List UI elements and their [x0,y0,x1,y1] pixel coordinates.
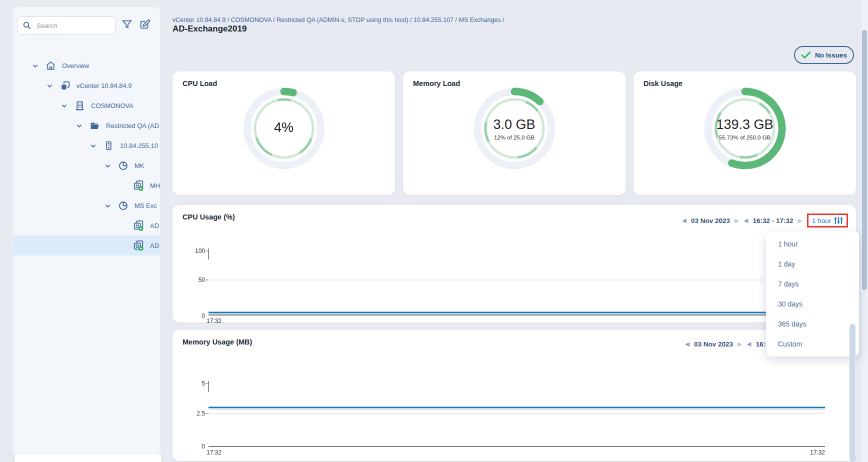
interval-dropdown-menu: 1 hour 1 day 7 days 30 days 365 days Cus… [766,231,859,356]
folder-icon [89,120,100,131]
page-vertical-scrollbar-thumb[interactable] [862,30,867,290]
host-icon [103,140,114,151]
svg-text:2.5: 2.5 [196,410,205,417]
sidebar: Overview vCenter 10.84.84.9 COSMONOVA Re… [13,7,160,454]
edit-icon[interactable] [140,19,152,31]
search-icon [22,21,32,30]
svg-text:17:32: 17:32 [810,449,825,456]
interval-option-custom[interactable]: Custom [766,334,859,354]
page-vertical-scrollbar [862,0,868,462]
gauge-subtitle: 55.73% of 250.0 GB [719,134,771,140]
gauge-subtitle: 12% of 25.0 GB [494,134,534,140]
application-window: Overview vCenter 10.84.84.9 COSMONOVA Re… [0,0,868,462]
memory-load-card: Memory Load 3.0 GB 12% of 25.0 GB [403,72,626,195]
time-range-label: 16:32 - 17:32 [752,217,793,224]
next-day-arrow-icon[interactable]: ▶ [738,341,742,347]
chart-title: Memory Usage (MB) [182,338,252,346]
card-title: CPU Load [182,80,217,88]
disk-usage-gauge: 139.3 GB 55.73% of 250.0 GB [700,84,790,174]
sidebar-item-restricted-qa[interactable]: Restricted QA (AD [13,116,160,136]
svg-text:0: 0 [202,443,205,450]
datacenter-icon [74,100,85,111]
tree-item-label: MS Exc [134,202,157,210]
tree-item-label: AD [150,222,159,230]
tree-item-label: MK [134,162,144,170]
chevron-down-icon[interactable] [32,62,39,69]
prev-day-arrow-icon[interactable]: ◀ [685,341,690,347]
card-title: Disk Usage [644,80,682,88]
sidebar-item-host[interactable]: 10.84.255.10 [13,136,160,156]
interval-label: 1 hour [812,217,831,224]
memory-load-gauge: 3.0 GB 12% of 25.0 GB [470,84,560,174]
resource-pool-icon [118,160,128,171]
svg-text:100: 100 [195,248,205,254]
tree-item-label: MH [150,182,160,190]
sidebar-item-vcenter[interactable]: vCenter 10.84.84.9 [13,76,160,96]
chevron-down-icon[interactable] [90,142,97,149]
check-icon [801,51,811,59]
card-title: Memory Load [413,80,460,88]
prev-range-arrow-icon[interactable]: ◀ [746,341,751,347]
tree-item-label: AD [150,242,159,250]
interval-option-1-hour[interactable]: 1 hour [766,234,859,254]
interval-option-365-days[interactable]: 365 days [766,314,859,334]
chevron-down-icon[interactable] [104,162,112,169]
sidebar-horizontal-scrollbar [15,454,161,462]
gauge-value: 4% [274,120,294,136]
next-range-arrow-icon[interactable]: ▶ [798,218,802,224]
vcenter-icon [60,80,70,91]
svg-text:0: 0 [202,312,205,320]
memory-usage-chart: 0 2.5 5 17:32 17:32 [172,375,852,460]
page-title: AD-Exchange2019 [172,24,246,34]
cpu-usage-chart: 0 50 100 17:32 17:32 [172,242,852,325]
prev-day-arrow-icon[interactable]: ◀ [682,218,686,224]
cpu-chart-time-nav: ◀ 03 Nov 2023 ▶ ◀ 16:32 - 17:32 ▶ 1 hour [682,214,848,228]
cpu-load-gauge: 4% [239,84,329,174]
interval-option-30-days[interactable]: 30 days [766,294,859,314]
chevron-down-icon[interactable] [61,102,68,109]
tree-item-label: Overview [62,62,89,70]
resource-pool-icon [118,200,128,211]
chevron-down-icon[interactable] [104,202,112,209]
sidebar-item-vm-ad-1[interactable]: AD [13,216,160,236]
sidebar-item-cosmonova[interactable]: COSMONOVA [13,96,160,116]
sidebar-item-mk[interactable]: MK [13,156,160,176]
vm-running-icon [133,180,144,191]
chart-title: CPU Usage (%) [182,213,235,221]
prev-range-arrow-icon[interactable]: ◀ [744,218,748,224]
vm-running-icon [133,240,144,251]
sliders-icon [834,216,843,224]
tree-item-label: vCenter 10.84.84.9 [76,82,132,90]
sidebar-item-vm-mh[interactable]: MH [13,176,160,196]
breadcrumb[interactable]: vCenter 10.84.84.9 / COSMONOVA / Restric… [172,16,504,24]
tree-item-label: Restricted QA (AD [106,122,159,130]
svg-text:17:32: 17:32 [206,449,222,456]
chevron-down-icon[interactable] [76,122,83,129]
interval-option-7-days[interactable]: 7 days [766,274,859,294]
date-label: 03 Nov 2023 [694,340,733,348]
svg-text:50: 50 [198,276,206,284]
sidebar-item-overview[interactable]: Overview [13,56,160,76]
interval-option-1-day[interactable]: 1 day [766,254,859,274]
date-label: 03 Nov 2023 [691,217,730,224]
search-box [17,16,116,34]
navigation-tree: Overview vCenter 10.84.84.9 COSMONOVA Re… [13,56,160,256]
content-vertical-scrollbar-thumb[interactable] [850,324,856,462]
next-day-arrow-icon[interactable]: ▶ [734,218,739,224]
no-issues-badge[interactable]: No Issues [794,46,854,64]
interval-selector-button[interactable]: 1 hour [807,214,848,228]
search-input[interactable] [36,22,110,30]
sidebar-item-vm-ad-2-selected[interactable]: AD [13,236,160,256]
cpu-load-card: CPU Load 4% [172,72,395,195]
tree-item-label: COSMONOVA [91,102,134,110]
no-issues-label: No Issues [815,52,847,59]
gauge-value: 139.3 GB [716,117,773,132]
home-icon [45,60,56,71]
gauge-value: 3.0 GB [493,117,535,132]
disk-usage-card: Disk Usage 139.3 GB 55.73% of 250.0 GB [634,72,856,195]
svg-text:5: 5 [202,380,205,387]
vm-running-icon [133,220,144,231]
chevron-down-icon[interactable] [46,82,54,89]
filter-icon[interactable] [122,19,134,31]
sidebar-item-ms-exchanges[interactable]: MS Exc [13,196,160,216]
